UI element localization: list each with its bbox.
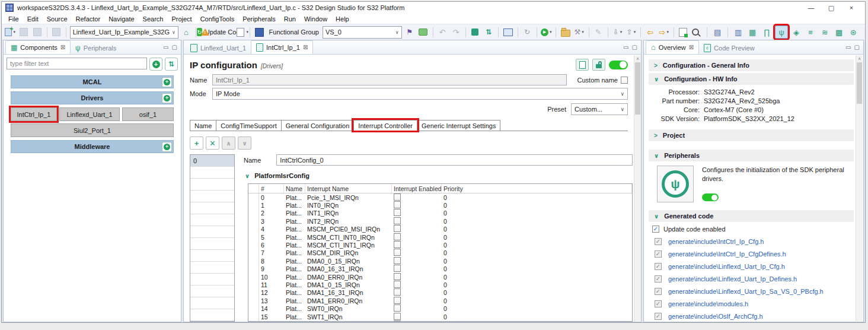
flag-button[interactable]: ⚑ (404, 26, 416, 38)
config-list-item[interactable] (190, 250, 234, 262)
restore-button[interactable]: ▢ (821, 2, 841, 13)
cell-name[interactable]: Plat... (284, 242, 305, 249)
close-button[interactable]: × (841, 2, 861, 13)
save-as-button[interactable] (50, 26, 62, 38)
cell-interrupt-name[interactable]: MSCM_CTI_INT1_IRQn (305, 242, 392, 249)
col-header-num[interactable]: # (259, 184, 284, 193)
close-icon[interactable]: ⊠ (689, 44, 694, 50)
save-all-button[interactable] (31, 26, 43, 38)
config-list-item[interactable] (190, 167, 234, 179)
menu-item-source[interactable]: Source (43, 15, 72, 23)
refresh-button[interactable]: ↻ (521, 26, 533, 38)
mode-select[interactable]: IP Mode (212, 88, 628, 100)
editor-scrollbar[interactable]: ∧ (634, 55, 641, 321)
component-intctrl-ip-1[interactable]: IntCtrl_Ip_1 (11, 107, 57, 121)
section-mcal[interactable]: MCAL + (11, 75, 174, 88)
functional-group-selector[interactable]: VS_0 (323, 26, 402, 39)
config-list-item[interactable] (190, 309, 234, 321)
cell-priority[interactable]: 0 (442, 210, 632, 217)
tab-code-preview[interactable]: c Code Preview (699, 42, 759, 54)
add-config-button[interactable]: + (190, 137, 203, 150)
cell-interrupt-name[interactable]: MSCM_CTI_INT0_IRQn (305, 234, 392, 241)
cell-interrupt-name[interactable]: SWT2_IRQn (305, 321, 392, 322)
cell-interrupt-name[interactable]: INT2_IRQn (305, 218, 392, 225)
cell-interrupt-name[interactable]: DMA0_ERR0_IRQn (305, 274, 392, 281)
col-header-priority[interactable]: Priority (442, 184, 632, 193)
interrupt-enabled-checkbox[interactable] (394, 193, 401, 201)
cell-priority[interactable]: 0 (442, 265, 632, 272)
search-button[interactable] (691, 26, 703, 38)
peripherals-enabled-toggle[interactable] (702, 193, 719, 201)
cell-interrupt-name[interactable]: Pcie_1_MSI_IRQn (305, 194, 392, 201)
perspective-peripherals-button[interactable]: ψ (775, 26, 788, 39)
scrollbar-thumb[interactable] (857, 62, 862, 104)
section-configuration-general-info[interactable]: Configuration - General Info (649, 59, 854, 71)
cell-interrupt-name[interactable]: SWT0_IRQn (305, 305, 392, 312)
config-list-item[interactable] (190, 238, 234, 250)
peripherals-tool-icon-box[interactable]: ψ (657, 166, 694, 202)
new-wizard-button[interactable] (4, 26, 16, 38)
cell-name[interactable]: Plat... (284, 313, 305, 321)
cell-name[interactable]: Plat... (284, 289, 305, 296)
add-middleware-button[interactable]: + (162, 142, 172, 152)
cell-priority[interactable]: 0 (442, 218, 632, 225)
cell-name[interactable]: Plat... (284, 210, 305, 217)
editor-tab-intctrl-ip-1[interactable]: IntCtrl_Ip_1 ⊠ (251, 40, 313, 54)
lock-button[interactable] (592, 59, 605, 71)
config-list-item[interactable] (190, 274, 234, 285)
cell-interrupt-name[interactable]: MSCM_DIR_IRQn (305, 249, 392, 256)
cell-name[interactable]: Plat... (284, 265, 305, 272)
col-header-interrupt-enabled[interactable]: Interrupt Enabled (392, 184, 442, 193)
interrupt-enabled-checkbox[interactable] (394, 225, 401, 232)
cell-priority[interactable]: 0 (442, 297, 632, 304)
name-input[interactable] (212, 74, 567, 85)
interrupt-enabled-checkbox[interactable] (394, 249, 401, 256)
menu-item-peripherals[interactable]: Peripherals (238, 15, 280, 23)
interrupt-enabled-checkbox[interactable] (394, 233, 401, 240)
previous-annotation-button[interactable]: ⇧ (625, 26, 637, 38)
interrupt-enabled-checkbox[interactable] (394, 321, 401, 322)
menu-item-project[interactable]: Project (167, 15, 196, 23)
update-code-enabled-checkbox[interactable] (652, 226, 659, 233)
config-list-item[interactable] (190, 191, 234, 202)
cell-priority[interactable]: 0 (442, 202, 632, 209)
component-siul2-port-1[interactable]: Siul2_Port_1 (11, 123, 174, 137)
component-enabled-toggle[interactable] (609, 61, 628, 69)
filter-input[interactable] (7, 58, 147, 69)
cell-name[interactable]: Plat... (284, 274, 305, 281)
sort-components-button[interactable]: ⇅ (165, 58, 178, 71)
generated-file-link[interactable]: generate\include\Linflexd_Uart_Ip_Cfg.h (668, 263, 785, 270)
perspective-settings-button[interactable]: ⊛ (847, 26, 859, 38)
interrupt-enabled-checkbox[interactable] (394, 265, 401, 272)
menu-item-file[interactable]: File (4, 15, 23, 23)
undo-button[interactable]: ↶ (436, 26, 448, 38)
config-tab-general-configuration[interactable]: General Configuration (281, 120, 355, 131)
menu-item-edit[interactable]: Edit (23, 15, 43, 23)
section-drivers[interactable]: Drivers + (11, 91, 174, 104)
new-configuration-button[interactable] (677, 26, 689, 38)
section-configuration-hw-info[interactable]: Configuration - HW Info (649, 73, 854, 85)
editor-tab-linflexd-uart-1[interactable]: Linflexd_Uart_1 (186, 42, 251, 54)
config-name-input[interactable] (276, 154, 633, 166)
config-tab-generic-interrupt-settings[interactable]: Generic Interrupt Settings (417, 120, 500, 131)
cell-interrupt-name[interactable]: DMA1_ERR0_IRQn (305, 297, 392, 304)
notes-button[interactable] (417, 26, 429, 38)
config-list-item[interactable] (190, 179, 234, 191)
cell-name[interactable]: Plat... (284, 321, 305, 322)
generated-file-link[interactable]: generate\include\IntCtrl_Ip_CfgDefines.h (668, 250, 786, 258)
cell-priority[interactable]: 0 (442, 313, 632, 321)
section-peripherals[interactable]: Peripherals (649, 150, 854, 161)
interrupt-enabled-checkbox[interactable] (394, 241, 401, 248)
config-list-item[interactable] (190, 297, 234, 309)
copy-config-button[interactable] (576, 59, 589, 71)
close-icon[interactable]: ⊠ (303, 44, 308, 50)
config-list-item[interactable] (190, 321, 234, 322)
remove-config-button[interactable]: ✕ (206, 137, 219, 150)
config-list-item[interactable] (190, 262, 234, 274)
col-header-interrupt-name[interactable]: Interrupt Name (305, 184, 392, 193)
cell-name[interactable]: Plat... (284, 226, 305, 233)
cell-priority[interactable]: 0 (442, 258, 632, 265)
functional-group-button[interactable] (254, 26, 266, 38)
scroll-up-icon[interactable]: ∧ (858, 55, 861, 62)
sort-button[interactable]: ⇅ (483, 26, 494, 38)
